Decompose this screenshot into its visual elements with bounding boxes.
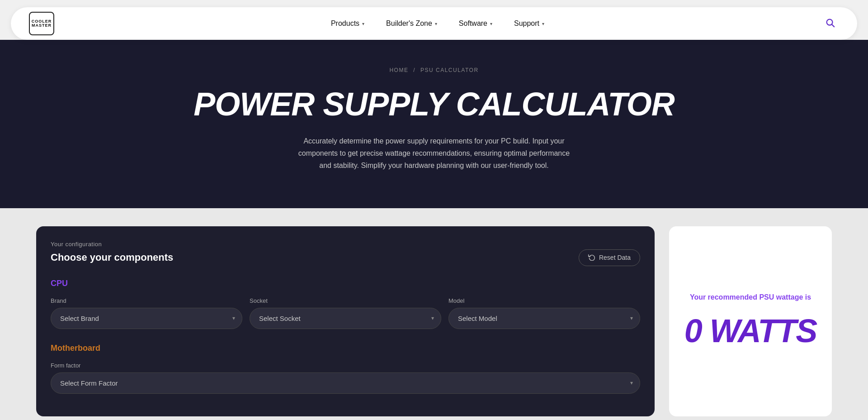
nav-item-products[interactable]: Products ▾	[331, 19, 364, 28]
mb-section-title: Motherboard	[51, 344, 640, 353]
configurator-panel: Your configuration Choose your component…	[36, 226, 655, 416]
breadcrumb-separator: /	[413, 67, 415, 73]
chevron-down-icon: ▾	[435, 21, 437, 26]
form-factor-select[interactable]: Select Form Factor	[51, 372, 640, 394]
hero-section: HOME / PSU CALCULATOR POWER SUPPLY CALCU…	[0, 40, 868, 208]
breadcrumb-current: PSU CALCULATOR	[420, 67, 479, 73]
form-factor-select-wrapper: Select Form Factor ▾	[51, 372, 640, 394]
main-content: Your configuration Choose your component…	[0, 208, 868, 420]
cpu-fields-row: Brand Select Brand ▾ Socket Select Socke…	[51, 297, 640, 329]
breadcrumb-home: HOME	[389, 67, 408, 73]
chevron-down-icon: ▾	[362, 21, 364, 26]
navbar: COOLER MASTER Products ▾ Builder's Zone …	[11, 7, 857, 40]
nav-item-builders-zone[interactable]: Builder's Zone ▾	[386, 19, 437, 28]
socket-select-wrapper: Select Socket ▾	[250, 308, 441, 329]
hero-description: Accurately determine the power supply re…	[294, 135, 574, 172]
reset-button[interactable]: Reset Data	[579, 249, 640, 266]
form-factor-label: Form factor	[51, 362, 640, 369]
svg-line-1	[832, 24, 834, 27]
reset-label: Reset Data	[599, 254, 631, 261]
brand-field-group: Brand Select Brand ▾	[51, 297, 242, 329]
wattage-panel: Your recommended PSU wattage is 0 WATTS	[669, 226, 832, 416]
socket-field-group: Socket Select Socket ▾	[250, 297, 441, 329]
model-select-wrapper: Select Model ▾	[448, 308, 640, 329]
chevron-down-icon: ▾	[542, 21, 544, 26]
wattage-value: 0 WATTS	[684, 312, 817, 349]
brand-label: Brand	[51, 297, 242, 304]
nav-menu: Products ▾ Builder's Zone ▾ Software ▾ S…	[331, 19, 544, 28]
model-label: Model	[448, 297, 640, 304]
socket-select[interactable]: Select Socket	[250, 308, 441, 329]
config-label: Your configuration	[51, 241, 640, 248]
model-field-group: Model Select Model ▾	[448, 297, 640, 329]
nav-item-software[interactable]: Software ▾	[459, 19, 492, 28]
motherboard-section: Motherboard Form factor Select Form Fact…	[51, 344, 640, 394]
config-title-text: Choose your components	[51, 252, 173, 263]
hero-title: POWER SUPPLY CALCULATOR	[9, 88, 859, 120]
brand-select-wrapper: Select Brand ▾	[51, 308, 242, 329]
nav-item-support[interactable]: Support ▾	[514, 19, 544, 28]
brand-select[interactable]: Select Brand	[51, 308, 242, 329]
chevron-down-icon: ▾	[490, 21, 492, 26]
wattage-label: Your recommended PSU wattage is	[690, 293, 811, 301]
socket-label: Socket	[250, 297, 441, 304]
cpu-section: CPU Brand Select Brand ▾ Socket	[51, 279, 640, 329]
mb-fields: Form factor Select Form Factor ▾	[51, 362, 640, 394]
reset-icon	[588, 253, 595, 262]
logo-text-bottom: MASTER	[32, 24, 52, 28]
logo-box: COOLER MASTER	[29, 12, 54, 35]
cpu-section-title: CPU	[51, 279, 640, 288]
breadcrumb: HOME / PSU CALCULATOR	[9, 67, 859, 73]
logo[interactable]: COOLER MASTER	[29, 12, 54, 35]
model-select[interactable]: Select Model	[448, 308, 640, 329]
search-icon	[825, 18, 835, 30]
search-button[interactable]	[821, 14, 839, 33]
config-title-row: Choose your components Reset Data	[51, 249, 640, 266]
